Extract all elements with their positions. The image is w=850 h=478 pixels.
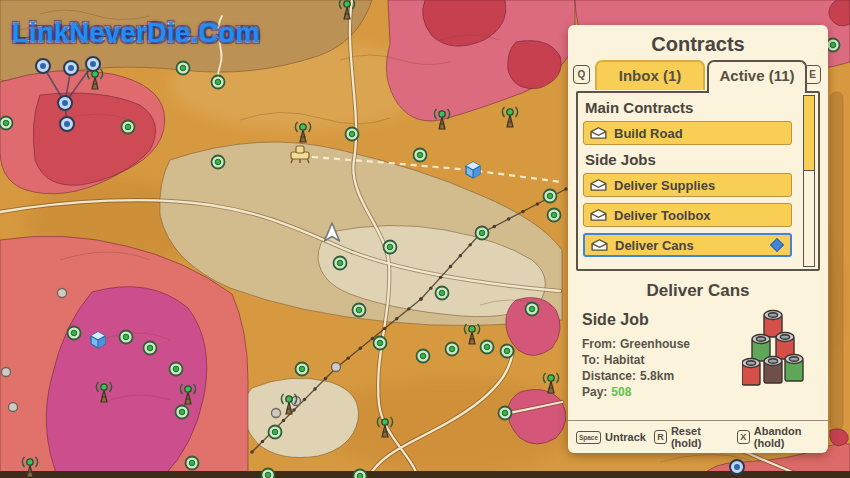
section-main-contracts: Main Contracts	[585, 99, 818, 116]
map-marker-green[interactable]	[501, 345, 514, 358]
contracts-list: Main Contracts Build Road Side Jobs Deli…	[576, 91, 820, 271]
action-abandon[interactable]: X Abandon (hold)	[737, 425, 828, 449]
action-label: Untrack	[605, 431, 646, 443]
map-marker-green[interactable]	[212, 76, 225, 89]
cable-node	[324, 377, 327, 380]
cable-node	[383, 327, 386, 330]
detail-title: Deliver Cans	[582, 281, 814, 301]
cable-node	[521, 210, 524, 213]
envelope-icon	[591, 239, 608, 251]
contract-item-deliver-toolbox[interactable]: Deliver Toolbox	[583, 203, 792, 227]
cable-node	[303, 398, 306, 401]
pylon-node-icon[interactable]	[730, 460, 744, 474]
map-marker-rock	[272, 409, 281, 418]
map-marker-green[interactable]	[354, 470, 367, 478]
map-marker-green[interactable]	[170, 363, 183, 376]
map-marker-green[interactable]	[68, 327, 81, 340]
map-marker-green[interactable]	[177, 62, 190, 75]
map-marker-green[interactable]	[481, 341, 494, 354]
map-marker-green[interactable]	[446, 343, 459, 356]
watermark: LinkNeverDie.Com	[12, 18, 260, 49]
contract-item-build-road[interactable]: Build Road	[583, 121, 792, 145]
map-marker-green[interactable]	[122, 121, 135, 134]
contracts-panel: Contracts Q Inbox (1) Active (11) E Main…	[568, 25, 828, 453]
map-marker-green[interactable]	[269, 426, 282, 439]
pylon-node-icon[interactable]	[58, 96, 72, 110]
map-marker-green[interactable]	[144, 342, 157, 355]
map-marker-green[interactable]	[374, 337, 387, 350]
map-marker-green[interactable]	[186, 457, 199, 470]
map-marker-green[interactable]	[120, 331, 133, 344]
cable-node	[419, 297, 422, 300]
map-marker-green[interactable]	[296, 363, 309, 376]
cable-node	[282, 419, 285, 422]
tab-active[interactable]: Active (11)	[707, 60, 807, 93]
map-marker-rock	[9, 403, 18, 412]
panel-title: Contracts	[568, 25, 828, 56]
cable-node	[313, 387, 316, 390]
envelope-icon	[590, 127, 607, 139]
map-marker-green[interactable]	[436, 287, 449, 300]
package-cube-icon[interactable]	[466, 162, 480, 178]
map-marker-green[interactable]	[414, 149, 427, 162]
map-marker-green[interactable]	[176, 406, 189, 419]
action-reset[interactable]: R Reset (hold)	[654, 425, 729, 449]
cable-node	[292, 408, 295, 411]
map-marker-green[interactable]	[262, 469, 275, 478]
key-hint-r: R	[654, 430, 667, 444]
map-marker-rock	[2, 368, 11, 377]
map-marker-rock	[58, 289, 67, 298]
action-untrack[interactable]: Space Untrack	[576, 431, 646, 444]
map-marker-green[interactable]	[0, 117, 13, 130]
map-marker-green[interactable]	[334, 257, 347, 270]
cable-node	[407, 307, 410, 310]
envelope-icon	[590, 209, 607, 221]
cable-node	[449, 265, 452, 268]
map-marker-green[interactable]	[544, 190, 557, 203]
map-marker-green[interactable]	[417, 350, 430, 363]
cable-node	[346, 356, 349, 359]
section-side-jobs: Side Jobs	[585, 151, 818, 168]
cable-node	[250, 450, 253, 453]
map-marker-green[interactable]	[346, 128, 359, 141]
map-marker-green[interactable]	[212, 156, 225, 169]
key-hint-q: Q	[573, 65, 590, 84]
cable-node	[439, 276, 442, 279]
cable-node	[359, 347, 362, 350]
pylon-node-icon[interactable]	[36, 59, 50, 73]
cable-node	[493, 225, 496, 228]
list-scrollbar[interactable]	[803, 95, 815, 267]
scrollbar-thumb[interactable]	[804, 96, 814, 171]
contract-detail: Deliver Cans Side Job From:Greenhouse To…	[568, 271, 828, 400]
map-marker-green[interactable]	[526, 303, 539, 316]
cable-node	[429, 286, 432, 289]
action-label: Reset (hold)	[671, 425, 729, 449]
map-marker-green[interactable]	[548, 209, 561, 222]
action-label: Abandon (hold)	[754, 425, 828, 449]
cable-node	[468, 243, 471, 246]
cable-node	[507, 217, 510, 220]
map-marker-green[interactable]	[499, 407, 512, 420]
contract-item-label: Deliver Toolbox	[614, 208, 711, 223]
pylon-node-icon[interactable]	[64, 61, 78, 75]
package-cube-icon[interactable]	[91, 332, 105, 348]
contract-item-deliver-supplies[interactable]: Deliver Supplies	[583, 173, 792, 197]
map-marker-green[interactable]	[827, 39, 840, 52]
tab-inbox[interactable]: Inbox (1)	[595, 60, 705, 90]
panel-footer: Space Untrack R Reset (hold) X Abandon (…	[568, 420, 828, 453]
cable-node	[395, 317, 398, 320]
key-hint-x: X	[737, 430, 750, 444]
map-edge	[0, 471, 850, 478]
map-marker-green[interactable]	[384, 241, 397, 254]
pylon-node-icon[interactable]	[60, 117, 74, 131]
game-screen: LinkNeverDie.Com Contracts Q Inbox (1) A…	[0, 0, 850, 478]
map-marker-green[interactable]	[476, 227, 489, 240]
tabs-row: Q Inbox (1) Active (11) E	[568, 60, 828, 91]
cable-node	[459, 254, 462, 257]
contract-item-label: Build Road	[614, 126, 683, 141]
tracked-diamond-icon	[770, 238, 784, 252]
map-marker-rock	[332, 363, 341, 372]
contract-item-deliver-cans[interactable]: Deliver Cans	[583, 233, 792, 257]
pylon-node-icon[interactable]	[86, 57, 100, 71]
map-marker-green[interactable]	[353, 304, 366, 317]
